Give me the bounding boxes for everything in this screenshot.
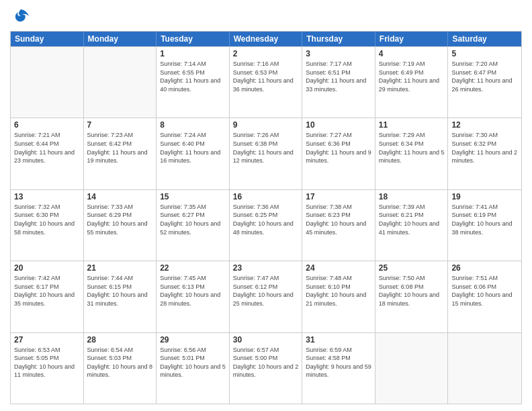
calendar-cell-r2c0: 13Sunrise: 7:32 AM Sunset: 6:30 PM Dayli… bbox=[11, 190, 84, 261]
calendar-header-wednesday: Wednesday bbox=[230, 32, 303, 46]
day-info: Sunrise: 7:27 AM Sunset: 6:36 PM Dayligh… bbox=[306, 131, 371, 165]
calendar-cell-r1c2: 8Sunrise: 7:24 AM Sunset: 6:40 PM Daylig… bbox=[157, 118, 230, 189]
calendar-cell-r2c5: 18Sunrise: 7:39 AM Sunset: 6:21 PM Dayli… bbox=[375, 190, 449, 261]
day-number: 4 bbox=[379, 49, 445, 58]
day-info: Sunrise: 7:29 AM Sunset: 6:34 PM Dayligh… bbox=[379, 131, 445, 165]
day-number: 21 bbox=[87, 263, 153, 273]
day-number: 26 bbox=[451, 263, 518, 273]
calendar-header-row: SundayMondayTuesdayWednesdayThursdayFrid… bbox=[11, 32, 521, 46]
calendar-cell-r3c5: 25Sunrise: 7:50 AM Sunset: 6:08 PM Dayli… bbox=[375, 261, 449, 332]
day-info: Sunrise: 7:48 AM Sunset: 6:10 PM Dayligh… bbox=[306, 274, 371, 308]
calendar-cell-r3c0: 20Sunrise: 7:42 AM Sunset: 6:17 PM Dayli… bbox=[11, 261, 84, 332]
day-number: 23 bbox=[233, 263, 299, 273]
day-number: 10 bbox=[306, 120, 371, 130]
day-number: 27 bbox=[14, 335, 80, 345]
day-info: Sunrise: 7:41 AM Sunset: 6:19 PM Dayligh… bbox=[451, 203, 518, 236]
calendar-cell-r0c0 bbox=[11, 47, 84, 118]
day-info: Sunrise: 7:36 AM Sunset: 6:25 PM Dayligh… bbox=[233, 203, 299, 236]
day-number: 6 bbox=[14, 120, 80, 130]
day-info: Sunrise: 7:39 AM Sunset: 6:21 PM Dayligh… bbox=[379, 203, 445, 236]
day-info: Sunrise: 6:59 AM Sunset: 4:58 PM Dayligh… bbox=[306, 346, 371, 379]
day-number: 2 bbox=[233, 49, 299, 58]
calendar-cell-r1c5: 11Sunrise: 7:29 AM Sunset: 6:34 PM Dayli… bbox=[375, 118, 449, 189]
day-number: 29 bbox=[160, 335, 226, 345]
calendar-row-2: 13Sunrise: 7:32 AM Sunset: 6:30 PM Dayli… bbox=[11, 189, 521, 261]
page: SundayMondayTuesdayWednesdayThursdayFrid… bbox=[0, 0, 532, 411]
day-info: Sunrise: 7:32 AM Sunset: 6:30 PM Dayligh… bbox=[14, 203, 80, 236]
calendar-cell-r2c2: 15Sunrise: 7:35 AM Sunset: 6:27 PM Dayli… bbox=[157, 190, 230, 261]
calendar-cell-r1c3: 9Sunrise: 7:26 AM Sunset: 6:38 PM Daylig… bbox=[230, 118, 303, 189]
day-number: 1 bbox=[160, 49, 226, 58]
calendar-header-friday: Friday bbox=[375, 32, 449, 46]
calendar-cell-r1c4: 10Sunrise: 7:27 AM Sunset: 6:36 PM Dayli… bbox=[302, 118, 375, 189]
day-info: Sunrise: 7:50 AM Sunset: 6:08 PM Dayligh… bbox=[379, 274, 445, 308]
calendar-row-0: 1Sunrise: 7:14 AM Sunset: 6:55 PM Daylig… bbox=[11, 46, 521, 118]
calendar-cell-r4c0: 27Sunrise: 6:53 AM Sunset: 5:05 PM Dayli… bbox=[11, 333, 84, 404]
calendar-body: 1Sunrise: 7:14 AM Sunset: 6:55 PM Daylig… bbox=[11, 46, 521, 404]
day-info: Sunrise: 7:44 AM Sunset: 6:15 PM Dayligh… bbox=[87, 274, 153, 308]
calendar-cell-r3c4: 24Sunrise: 7:48 AM Sunset: 6:10 PM Dayli… bbox=[302, 261, 375, 332]
day-info: Sunrise: 7:42 AM Sunset: 6:17 PM Dayligh… bbox=[14, 274, 80, 308]
day-number: 14 bbox=[87, 192, 153, 201]
calendar-cell-r2c6: 19Sunrise: 7:41 AM Sunset: 6:19 PM Dayli… bbox=[448, 190, 521, 261]
calendar-cell-r4c6 bbox=[448, 333, 521, 404]
day-info: Sunrise: 7:14 AM Sunset: 6:55 PM Dayligh… bbox=[160, 60, 226, 93]
calendar-cell-r1c0: 6Sunrise: 7:21 AM Sunset: 6:44 PM Daylig… bbox=[11, 118, 84, 189]
calendar-cell-r1c1: 7Sunrise: 7:23 AM Sunset: 6:42 PM Daylig… bbox=[84, 118, 157, 189]
day-info: Sunrise: 6:57 AM Sunset: 5:00 PM Dayligh… bbox=[233, 346, 299, 379]
calendar-header-tuesday: Tuesday bbox=[157, 32, 230, 46]
calendar-cell-r0c1 bbox=[84, 47, 157, 118]
day-number: 7 bbox=[87, 120, 153, 130]
calendar-cell-r2c1: 14Sunrise: 7:33 AM Sunset: 6:29 PM Dayli… bbox=[84, 190, 157, 261]
calendar-cell-r0c3: 2Sunrise: 7:16 AM Sunset: 6:53 PM Daylig… bbox=[230, 47, 303, 118]
calendar-cell-r0c4: 3Sunrise: 7:17 AM Sunset: 6:51 PM Daylig… bbox=[302, 47, 375, 118]
day-info: Sunrise: 7:45 AM Sunset: 6:13 PM Dayligh… bbox=[160, 274, 226, 308]
day-number: 11 bbox=[379, 120, 445, 130]
calendar-row-3: 20Sunrise: 7:42 AM Sunset: 6:17 PM Dayli… bbox=[11, 261, 521, 332]
day-info: Sunrise: 7:21 AM Sunset: 6:44 PM Dayligh… bbox=[14, 131, 80, 165]
calendar-row-1: 6Sunrise: 7:21 AM Sunset: 6:44 PM Daylig… bbox=[11, 118, 521, 189]
day-info: Sunrise: 7:23 AM Sunset: 6:42 PM Dayligh… bbox=[87, 131, 153, 165]
calendar-header-thursday: Thursday bbox=[302, 32, 375, 46]
day-number: 16 bbox=[233, 192, 299, 201]
day-info: Sunrise: 7:47 AM Sunset: 6:12 PM Dayligh… bbox=[233, 274, 299, 308]
day-number: 20 bbox=[14, 263, 80, 273]
day-number: 18 bbox=[379, 192, 445, 201]
day-info: Sunrise: 7:26 AM Sunset: 6:38 PM Dayligh… bbox=[233, 131, 299, 165]
day-info: Sunrise: 7:19 AM Sunset: 6:49 PM Dayligh… bbox=[379, 60, 445, 93]
day-number: 25 bbox=[379, 263, 445, 273]
calendar-cell-r0c5: 4Sunrise: 7:19 AM Sunset: 6:49 PM Daylig… bbox=[375, 47, 449, 118]
day-info: Sunrise: 7:30 AM Sunset: 6:32 PM Dayligh… bbox=[451, 131, 518, 165]
calendar-cell-r3c1: 21Sunrise: 7:44 AM Sunset: 6:15 PM Dayli… bbox=[84, 261, 157, 332]
day-number: 22 bbox=[160, 263, 226, 273]
calendar-cell-r0c2: 1Sunrise: 7:14 AM Sunset: 6:55 PM Daylig… bbox=[157, 47, 230, 118]
day-info: Sunrise: 7:17 AM Sunset: 6:51 PM Dayligh… bbox=[306, 60, 371, 93]
day-number: 9 bbox=[233, 120, 299, 130]
day-info: Sunrise: 7:38 AM Sunset: 6:23 PM Dayligh… bbox=[306, 203, 371, 236]
calendar-cell-r1c6: 12Sunrise: 7:30 AM Sunset: 6:32 PM Dayli… bbox=[448, 118, 521, 189]
header bbox=[10, 7, 522, 26]
day-info: Sunrise: 7:24 AM Sunset: 6:40 PM Dayligh… bbox=[160, 131, 226, 165]
calendar-cell-r4c5 bbox=[375, 333, 449, 404]
day-number: 28 bbox=[87, 335, 153, 345]
day-info: Sunrise: 7:16 AM Sunset: 6:53 PM Dayligh… bbox=[233, 60, 299, 93]
calendar-header-monday: Monday bbox=[84, 32, 157, 46]
day-number: 17 bbox=[306, 192, 371, 201]
logo-bird-icon bbox=[11, 7, 30, 26]
day-number: 5 bbox=[451, 49, 518, 58]
day-info: Sunrise: 6:53 AM Sunset: 5:05 PM Dayligh… bbox=[14, 346, 80, 379]
day-number: 3 bbox=[306, 49, 371, 58]
day-number: 13 bbox=[14, 192, 80, 201]
calendar-cell-r4c1: 28Sunrise: 6:54 AM Sunset: 5:03 PM Dayli… bbox=[84, 333, 157, 404]
calendar-cell-r3c6: 26Sunrise: 7:51 AM Sunset: 6:06 PM Dayli… bbox=[448, 261, 521, 332]
logo bbox=[10, 7, 30, 26]
calendar-row-4: 27Sunrise: 6:53 AM Sunset: 5:05 PM Dayli… bbox=[11, 332, 521, 404]
day-info: Sunrise: 7:35 AM Sunset: 6:27 PM Dayligh… bbox=[160, 203, 226, 236]
calendar: SundayMondayTuesdayWednesdayThursdayFrid… bbox=[10, 31, 522, 404]
day-number: 24 bbox=[306, 263, 371, 273]
day-number: 19 bbox=[451, 192, 518, 201]
calendar-cell-r3c2: 22Sunrise: 7:45 AM Sunset: 6:13 PM Dayli… bbox=[157, 261, 230, 332]
day-info: Sunrise: 7:20 AM Sunset: 6:47 PM Dayligh… bbox=[451, 60, 518, 93]
calendar-cell-r4c3: 30Sunrise: 6:57 AM Sunset: 5:00 PM Dayli… bbox=[230, 333, 303, 404]
calendar-header-saturday: Saturday bbox=[448, 32, 521, 46]
